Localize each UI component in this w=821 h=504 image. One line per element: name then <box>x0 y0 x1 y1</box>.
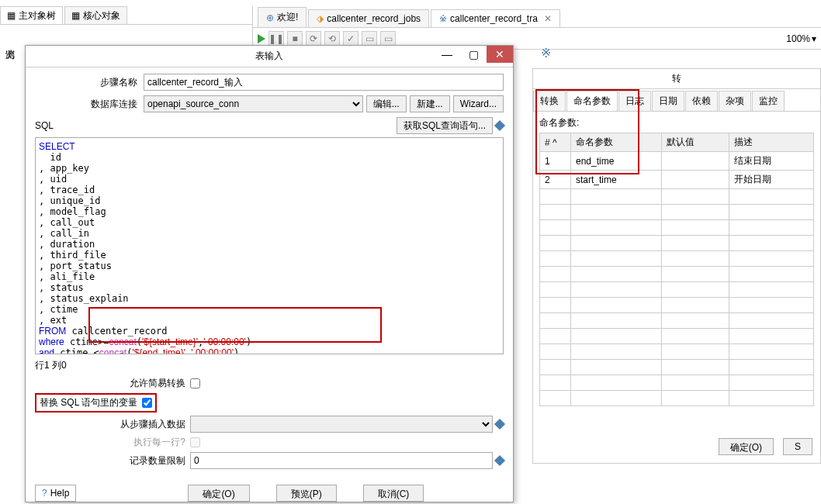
table-input-dialog: 表输入 — ▢ ✕ 步骤名称 数据库连接 openapi_source_conn… <box>25 45 514 502</box>
insert-step-select[interactable] <box>190 416 493 433</box>
app-toolbar <box>0 0 821 6</box>
preview-button[interactable]: 预览(P) <box>276 485 337 502</box>
minimize-button[interactable]: — <box>434 46 460 63</box>
zoom-value: 100% <box>786 33 810 44</box>
trans-panel-icon: ※ <box>541 46 551 60</box>
table-row[interactable] <box>540 375 814 391</box>
params-subtitle: 命名参数: <box>533 112 820 129</box>
side-tab-log[interactable]: 日志 <box>618 91 651 111</box>
var-indicator-icon <box>494 455 505 466</box>
var-indicator-icon <box>494 419 505 430</box>
side-title: 转 <box>533 69 820 89</box>
db-conn-label: 数据库连接 <box>35 98 144 111</box>
limit-label: 记录数量限制 <box>35 454 190 468</box>
trans-properties-panel: ※ 转 转换 命名参数 日志 日期 依赖 杂项 监控 命名参数: # ^ 命名参… <box>532 68 821 464</box>
sql-textarea[interactable]: SELECT id , app_key , uid , trace_id , u… <box>35 137 504 354</box>
step-name-label: 步骤名称 <box>35 76 144 89</box>
side-sql-button[interactable]: S <box>783 438 812 455</box>
side-ok-button[interactable]: 确定(O) <box>719 438 774 455</box>
cursor-position: 行1 列0 <box>35 359 504 372</box>
table-row[interactable] <box>540 282 814 298</box>
tab-label: 欢迎! <box>277 11 298 24</box>
dialog-title: 表输入 <box>255 50 283 63</box>
tab-label: callcenter_record_jobs <box>327 13 421 24</box>
side-tab-dep[interactable]: 依赖 <box>685 91 718 111</box>
help-icon: ? <box>42 488 47 499</box>
side-tab-misc[interactable]: 杂项 <box>719 91 751 111</box>
table-row[interactable] <box>540 329 814 344</box>
limit-input[interactable] <box>190 452 493 469</box>
new-conn-button[interactable]: 新建... <box>410 95 450 112</box>
close-icon[interactable]: ✕ <box>544 13 552 24</box>
help-button[interactable]: ? Help <box>35 485 76 502</box>
table-row[interactable] <box>540 344 814 360</box>
get-sql-button[interactable]: 获取SQL查询语句... <box>397 117 493 134</box>
table-row[interactable]: 1end_time结束日期 <box>540 152 814 171</box>
tree-icon: ▦ <box>7 10 16 21</box>
col-name[interactable]: 命名参数 <box>571 133 662 152</box>
trans-icon: ※ <box>439 13 447 24</box>
side-tab-trans[interactable]: 转换 <box>533 91 566 111</box>
cancel-button[interactable]: 取消(C) <box>363 485 424 502</box>
validate-button[interactable]: ✓ <box>343 31 359 47</box>
table-row[interactable] <box>540 189 814 205</box>
maximize-button[interactable]: ▢ <box>460 46 487 63</box>
sql-label: SQL <box>35 120 54 131</box>
col-num[interactable]: # ^ <box>540 133 571 152</box>
job-icon: ⬗ <box>317 13 324 24</box>
replace-var-checkbox[interactable] <box>142 398 152 408</box>
table-row[interactable] <box>540 236 814 251</box>
tree-tab-label: 主对象树 <box>19 9 56 22</box>
allow-simple-checkbox[interactable] <box>190 378 200 388</box>
db-conn-select[interactable]: openapi_source_conn <box>144 95 363 112</box>
stop-button[interactable]: ■ <box>287 31 303 47</box>
table-row[interactable] <box>540 251 814 267</box>
var-indicator-icon <box>494 120 505 131</box>
sql-button[interactable]: ▭ <box>362 31 377 47</box>
tab-tra[interactable]: ※ callcenter_record_tra ✕ <box>431 9 560 27</box>
run-button[interactable] <box>258 34 265 43</box>
exec-each-label: 执行每一行? <box>35 436 190 449</box>
step-name-input[interactable] <box>144 74 504 91</box>
table-row[interactable] <box>540 298 814 313</box>
table-row[interactable] <box>540 391 814 406</box>
tab-jobs[interactable]: ⬗ callcenter_record_jobs <box>308 9 429 27</box>
debug-button[interactable]: ⟳ <box>306 31 321 47</box>
side-tab-monitor[interactable]: 监控 <box>752 91 785 111</box>
tree-tab-label: 核心对象 <box>83 9 120 22</box>
table-row[interactable] <box>540 220 814 236</box>
exec-each-checkbox <box>190 437 200 447</box>
replace-var-highlight: 替换 SQL 语句里的变量 <box>35 393 157 413</box>
col-desc[interactable]: 描述 <box>729 133 814 152</box>
table-row[interactable] <box>540 360 814 375</box>
welcome-icon: ⊕ <box>266 12 274 23</box>
replay-button[interactable]: ⟲ <box>324 31 340 47</box>
table-row[interactable] <box>540 313 814 329</box>
tab-welcome[interactable]: ⊕ 欢迎! <box>258 7 307 27</box>
tree-icon: ▦ <box>71 10 80 21</box>
dialog-title-bar: 表输入 — ▢ ✕ <box>26 46 513 67</box>
param-table: # ^ 命名参数 默认值 描述 1end_time结束日期 2start_tim… <box>539 133 814 406</box>
tree-tab-core[interactable]: ▦ 核心对象 <box>64 6 127 24</box>
pause-button[interactable]: ❚❚ <box>268 31 284 47</box>
table-row[interactable] <box>540 205 814 220</box>
db-button[interactable]: ▭ <box>380 31 396 47</box>
table-row[interactable]: 2start_time开始日期 <box>540 171 814 189</box>
col-def[interactable]: 默认值 <box>662 133 729 152</box>
zoom-dropdown-icon[interactable]: ▾ <box>812 33 816 44</box>
allow-simple-label: 允许简易转换 <box>35 377 190 390</box>
wizard-button[interactable]: Wizard... <box>453 95 504 112</box>
edit-conn-button[interactable]: 编辑... <box>366 95 407 112</box>
side-tab-params[interactable]: 命名参数 <box>566 91 618 111</box>
ok-button[interactable]: 确定(O) <box>188 485 249 502</box>
side-tab-date[interactable]: 日期 <box>652 91 684 111</box>
table-row[interactable] <box>540 267 814 282</box>
tree-tab-main[interactable]: ▦ 主对象树 <box>0 6 63 24</box>
replace-var-label: 替换 SQL 语句里的变量 <box>40 396 142 409</box>
close-button[interactable]: ✕ <box>487 46 513 63</box>
insert-step-label: 从步骤插入数据 <box>35 418 190 431</box>
tab-label: callcenter_record_tra <box>450 13 538 24</box>
